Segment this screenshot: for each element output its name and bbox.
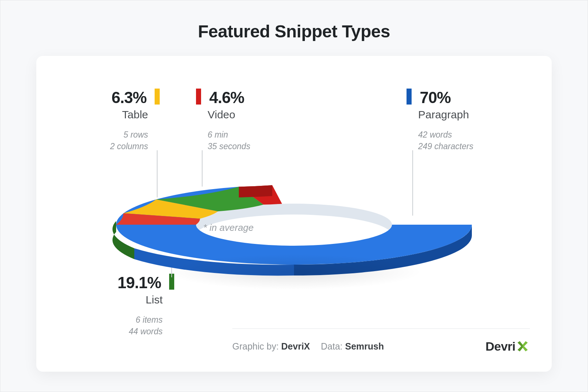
credit-bar: Graphic by: DevriX Data: Semrush Devri	[232, 328, 530, 354]
video-details: 6 min 35 seconds	[196, 129, 250, 152]
callout-video: 4.6% Video 6 min 35 seconds	[196, 89, 250, 152]
slice-video-edge	[239, 185, 272, 197]
video-pct: 4.6%	[209, 89, 244, 106]
chart-title: Featured Snippet Types	[198, 21, 390, 41]
callout-table: 6.3% Table 5 rows 2 columns	[58, 89, 160, 152]
donut-chart	[94, 185, 494, 286]
center-annotation: * in average	[203, 222, 254, 233]
credit-data: Data: Semrush	[321, 341, 384, 352]
devrix-x-icon	[515, 339, 530, 354]
leader-line-video	[202, 150, 203, 187]
callout-paragraph: 70% Paragraph 42 words 249 characters	[407, 89, 473, 152]
paragraph-name: Paragraph	[407, 109, 473, 121]
page-frame: Featured Snippet Types 6.3% Table 5 rows…	[0, 0, 588, 392]
table-pct: 6.3%	[111, 89, 146, 106]
paragraph-details: 42 words 249 characters	[407, 129, 473, 152]
list-details: 6 items 44 words	[58, 314, 174, 337]
paragraph-pct: 70%	[420, 89, 450, 106]
swatch-paragraph	[407, 89, 412, 105]
donut-shadow	[113, 246, 475, 297]
table-details: 5 rows 2 columns	[58, 129, 160, 152]
chart-card: 6.3% Table 5 rows 2 columns 4.6% Video 6…	[36, 56, 552, 372]
swatch-video	[196, 89, 201, 105]
table-name: Table	[58, 109, 160, 121]
video-name: Video	[196, 109, 250, 121]
credit-graphic: Graphic by: DevriX	[232, 341, 310, 352]
swatch-table	[155, 89, 160, 105]
devrix-logo: Devri	[485, 339, 530, 354]
